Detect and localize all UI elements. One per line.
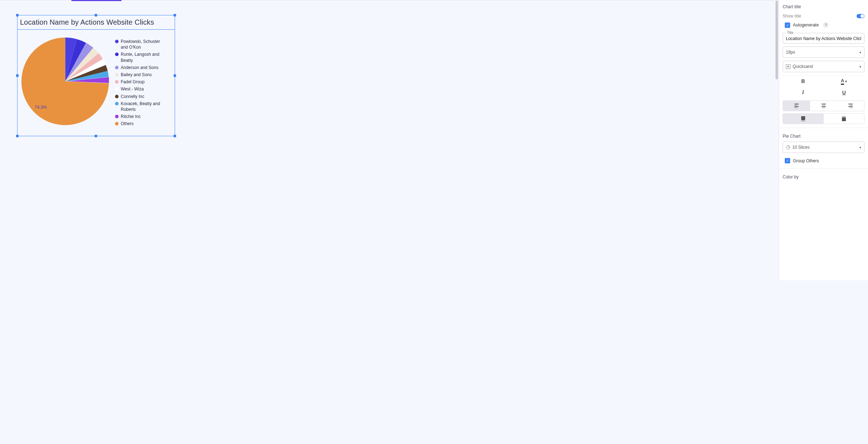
legend-label: Fadel Group — [121, 79, 145, 85]
legend-swatch — [115, 40, 119, 43]
canvas-area[interactable]: Location Name by Actions Website Clicks … — [0, 0, 779, 280]
legend-item[interactable]: Connelly Inc — [115, 94, 167, 99]
legend-item[interactable]: Bailey and Sons — [115, 72, 167, 78]
divider — [779, 128, 868, 128]
legend-item[interactable]: West - Wiza — [115, 86, 167, 92]
resize-handle-nw[interactable] — [16, 14, 19, 16]
legend-label: Kovacek, Beatty and Roberts — [121, 101, 167, 112]
title-input-field[interactable]: Title — [783, 33, 864, 44]
resize-handle-sw[interactable] — [16, 135, 19, 137]
title-input[interactable] — [786, 36, 861, 41]
slices-value: 10 Slices — [792, 145, 810, 150]
align-left-button[interactable] — [783, 101, 810, 111]
underline-button[interactable]: U — [824, 87, 865, 98]
help-icon[interactable]: ? — [823, 22, 829, 28]
show-title-label: Show title — [783, 14, 801, 19]
chevron-down-icon: ▾ — [859, 50, 861, 54]
legend-swatch — [115, 102, 119, 105]
text-format-grid: B A▾ I U — [783, 75, 864, 98]
scrollbar-thumb[interactable] — [775, 1, 778, 79]
font-family-select[interactable]: A Quicksand ▾ — [783, 61, 864, 72]
layout-above-button[interactable] — [783, 114, 824, 124]
font-icon: A — [786, 64, 790, 69]
legend-item[interactable]: Kovacek, Beatty and Roberts — [115, 101, 167, 112]
legend-label: Bailey and Sons — [121, 72, 152, 78]
chart-legend: Powlowski, Schuster and O'KonRunte, Lang… — [115, 39, 167, 128]
bold-button[interactable]: B — [783, 75, 824, 87]
legend-label: Others — [121, 121, 134, 127]
pie-icon — [786, 145, 790, 149]
group-others-checkbox[interactable]: ✓ — [785, 158, 790, 163]
active-tab-indicator — [71, 0, 121, 1]
resize-handle-ne[interactable] — [174, 14, 176, 16]
legend-swatch — [115, 73, 119, 77]
show-title-toggle[interactable] — [857, 14, 864, 18]
font-family-value: Quicksand — [793, 64, 813, 69]
text-color-button[interactable]: A▾ — [824, 75, 865, 87]
legend-swatch — [115, 80, 119, 84]
legend-swatch — [115, 87, 119, 91]
legend-label: Runte, Langosh and Beatty — [121, 51, 167, 63]
align-right-button[interactable] — [837, 101, 864, 111]
legend-label: Anderson and Sons — [121, 65, 158, 70]
group-others-label: Group Others — [793, 158, 819, 163]
pie-chart[interactable]: 74.3% — [21, 38, 109, 125]
section-chart-title: Chart title — [779, 0, 868, 12]
align-center-button[interactable] — [810, 101, 837, 111]
section-pie-chart: Pie Chart — [779, 129, 868, 142]
pie-slice-label: 74.3% — [35, 105, 47, 110]
legend-label: Ritchie Inc — [121, 114, 141, 119]
resize-handle-se[interactable] — [174, 135, 176, 137]
legend-item[interactable]: Ritchie Inc — [115, 114, 167, 119]
properties-sidebar: Chart title Show title ✓ Autogenerate ? … — [779, 0, 868, 280]
legend-swatch — [115, 95, 119, 98]
title-layout-group — [783, 113, 864, 124]
legend-swatch — [115, 122, 119, 125]
app-root: Location Name by Actions Website Clicks … — [0, 0, 868, 280]
resize-handle-w[interactable] — [16, 74, 19, 77]
section-color-by: Color by — [779, 170, 868, 180]
autogenerate-label: Autogenerate — [793, 23, 819, 28]
resize-handle-s[interactable] — [95, 135, 97, 137]
legend-swatch — [115, 115, 119, 118]
chevron-down-icon: ▾ — [859, 65, 861, 69]
legend-item[interactable]: Anderson and Sons — [115, 65, 167, 70]
autogenerate-checkbox[interactable]: ✓ — [785, 23, 790, 28]
legend-label: Connelly Inc — [121, 94, 144, 99]
legend-item[interactable]: Runte, Langosh and Beatty — [115, 51, 167, 63]
italic-button[interactable]: I — [783, 87, 824, 98]
legend-item[interactable]: Others — [115, 121, 167, 127]
layout-below-button[interactable] — [824, 114, 864, 124]
legend-item[interactable]: Powlowski, Schuster and O'Kon — [115, 39, 167, 50]
font-size-value: 18px — [786, 50, 795, 55]
resize-handle-n[interactable] — [95, 14, 97, 16]
group-others-row: ✓ Group Others — [779, 156, 868, 167]
font-size-select[interactable]: 18px ▾ — [783, 46, 864, 58]
resize-handle-e[interactable] — [174, 74, 176, 77]
legend-label: Powlowski, Schuster and O'Kon — [121, 39, 167, 50]
show-title-row: Show title — [779, 12, 868, 20]
title-field-legend: Title — [786, 31, 795, 35]
text-align-group — [783, 100, 864, 111]
legend-swatch — [115, 66, 119, 69]
slices-select[interactable]: 10 Slices ▾ — [783, 142, 864, 153]
chevron-down-icon: ▾ — [859, 145, 861, 149]
legend-swatch — [115, 53, 119, 56]
legend-item[interactable]: Fadel Group — [115, 79, 167, 85]
legend-label: West - Wiza — [121, 86, 144, 92]
autogenerate-row: ✓ Autogenerate ? — [779, 20, 868, 31]
divider — [779, 168, 868, 169]
